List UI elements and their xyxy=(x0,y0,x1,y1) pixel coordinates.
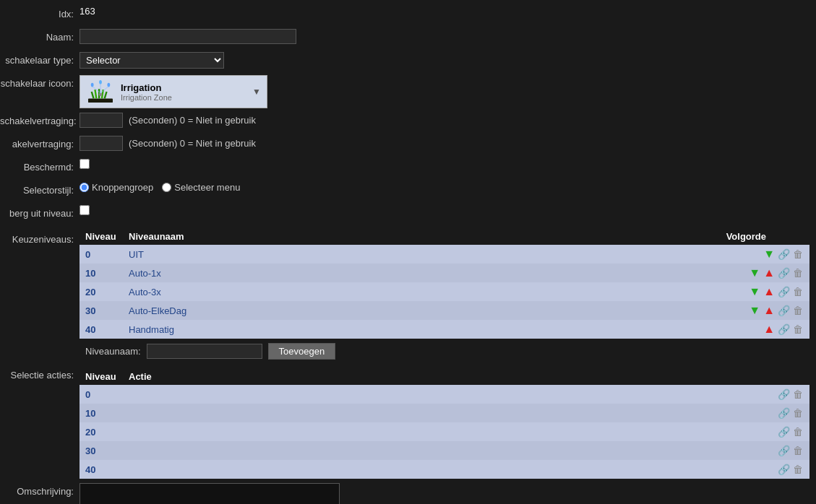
icon-dropdown[interactable]: Irrigation Irrigation Zone ▼ xyxy=(80,75,267,108)
move-down-button[interactable]: ▼ xyxy=(748,284,761,299)
chevron-down-icon: ▼ xyxy=(252,87,261,97)
edit-icon-button[interactable]: 🔗 xyxy=(777,304,791,317)
action-row: 20 🔗 🗑 xyxy=(80,422,809,441)
keuzeniveaus-label: Keuzeniveaus: xyxy=(0,228,80,245)
action-row: 0 🔗 🗑 xyxy=(80,385,809,404)
niveaunaam-add-label: Niveaunaam: xyxy=(85,346,141,357)
omschrijving-textarea[interactable] xyxy=(80,483,340,504)
table-row: 0 UIT ▼ 🔗 🗑 xyxy=(80,245,809,264)
level-niveau: 20 xyxy=(85,287,129,297)
action-niveau: 0 xyxy=(85,389,129,400)
icon-title: Irrigation xyxy=(121,82,252,93)
action-row: 10 🔗 🗑 xyxy=(80,404,809,422)
inschakelvertraging-input[interactable]: 0 xyxy=(80,113,123,128)
level-naam: Auto-3x xyxy=(129,287,748,297)
table-row: 10 Auto-1x ▼ ▲ 🔗 🗑 xyxy=(80,264,809,282)
action-delete-button[interactable]: 🗑 xyxy=(792,444,804,457)
uitschakelvertraging-input[interactable]: 0 xyxy=(80,136,123,151)
selectie-acties-label: Selectie acties: xyxy=(0,364,80,381)
action-niveau: 40 xyxy=(85,464,129,475)
delete-icon-button[interactable]: 🗑 xyxy=(792,285,804,298)
niveaunaam-col-header: Niveaunaam xyxy=(129,231,694,242)
schakelaar-type-select[interactable]: Selector Toggle Button xyxy=(80,52,224,69)
edit-icon-button[interactable]: 🔗 xyxy=(777,248,791,261)
niveaunaam-add-input[interactable] xyxy=(147,344,262,359)
action-niveau: 10 xyxy=(85,408,129,419)
level-naam: Handmatig xyxy=(129,324,763,335)
level-niveau: 30 xyxy=(85,305,129,316)
svg-line-5 xyxy=(105,92,107,98)
level-naam: Auto-1x xyxy=(129,268,748,279)
table-row: 40 Handmatig ▲ 🔗 🗑 xyxy=(80,320,809,339)
move-up-button[interactable]: ▲ xyxy=(763,284,776,299)
edit-icon-button[interactable]: 🔗 xyxy=(777,266,791,279)
inschakelvertraging-label: schakelvertraging: xyxy=(0,113,80,126)
move-down-button[interactable]: ▼ xyxy=(748,266,761,280)
action-delete-button[interactable]: 🗑 xyxy=(792,388,804,401)
add-level-row: Niveaunaam: Toevoegen xyxy=(80,343,809,360)
verberg-label: berg uit niveau: xyxy=(0,205,80,219)
delete-icon-button[interactable]: 🗑 xyxy=(792,248,804,261)
move-up-button[interactable]: ▲ xyxy=(763,303,776,318)
edit-icon-button[interactable]: 🔗 xyxy=(777,323,791,336)
uitschakelvertraging-label: akelvertraging: xyxy=(0,136,80,149)
actie-col-header: Actie xyxy=(129,371,809,382)
toevoegen-button[interactable]: Toevoegen xyxy=(268,343,336,360)
action-niveau: 30 xyxy=(85,446,129,456)
radio-knoppengroep-label[interactable]: Knoppengroep xyxy=(80,182,153,193)
action-edit-button[interactable]: 🔗 xyxy=(777,463,791,476)
idx-label: Idx: xyxy=(0,6,80,19)
actions-table: 0 🔗 🗑 10 🔗 🗑 20 🔗 🗑 30 🔗 xyxy=(80,385,809,479)
move-up-button[interactable]: ▲ xyxy=(763,266,776,280)
verberg-checkbox[interactable] xyxy=(80,205,90,215)
level-niveau: 40 xyxy=(85,324,129,335)
move-down-button[interactable]: ▼ xyxy=(748,303,761,318)
inschakelvertraging-hint: (Seconden) 0 = Niet in gebruik xyxy=(129,115,256,126)
radio-selecteer-menu-text: Selecteer menu xyxy=(174,182,240,193)
radio-knoppengroep[interactable] xyxy=(80,183,89,192)
svg-line-1 xyxy=(92,92,94,98)
svg-point-8 xyxy=(99,80,102,84)
svg-rect-0 xyxy=(88,98,113,103)
table-row: 30 Auto-ElkeDag ▼ ▲ 🔗 🗑 xyxy=(80,301,809,320)
naam-input[interactable]: Beregening xyxy=(80,29,296,44)
omschrijving-label: Omschrijving: xyxy=(0,483,80,497)
levels-table-header: Niveau Niveaunaam Volgorde xyxy=(80,228,809,245)
action-delete-button[interactable]: 🗑 xyxy=(792,463,804,476)
levels-table: 0 UIT ▼ 🔗 🗑 10 Auto-1x ▼ ▲ 🔗 🗑 20 Auto-3… xyxy=(80,245,809,339)
svg-line-2 xyxy=(95,90,96,98)
radio-selecteer-menu[interactable] xyxy=(162,183,171,192)
delete-icon-button[interactable]: 🗑 xyxy=(792,323,804,336)
beschermd-label: Beschermd: xyxy=(0,159,80,173)
action-delete-button[interactable]: 🗑 xyxy=(792,425,804,438)
niveau-col-header: Niveau xyxy=(85,231,129,242)
delete-icon-button[interactable]: 🗑 xyxy=(792,304,804,317)
action-edit-button[interactable]: 🔗 xyxy=(777,444,791,457)
action-row: 30 🔗 🗑 xyxy=(80,441,809,460)
actions-table-header: Niveau Actie xyxy=(80,368,809,385)
delete-icon-button[interactable]: 🗑 xyxy=(792,266,804,279)
radio-selecteer-menu-label[interactable]: Selecteer menu xyxy=(162,182,240,193)
action-edit-button[interactable]: 🔗 xyxy=(777,388,791,401)
level-niveau: 0 xyxy=(85,249,129,260)
selectorstijl-label: Selectorstijl: xyxy=(0,182,80,196)
action-row: 40 🔗 🗑 xyxy=(80,460,809,479)
schakelaar-type-label: schakelaar type: xyxy=(0,52,80,66)
volgorde-col-header: Volgorde xyxy=(694,231,766,242)
action-niveau: 20 xyxy=(85,427,129,438)
idx-value: 163 xyxy=(80,6,95,17)
move-up-button[interactable]: ▲ xyxy=(763,322,776,336)
edit-icon-button[interactable]: 🔗 xyxy=(777,285,791,298)
action-delete-button[interactable]: 🗑 xyxy=(792,407,804,420)
level-naam: UIT xyxy=(129,249,763,260)
radio-knoppengroep-text: Knoppengroep xyxy=(92,182,153,193)
action-edit-button[interactable]: 🔗 xyxy=(777,407,791,420)
beschermd-checkbox[interactable] xyxy=(80,159,90,169)
action-edit-button[interactable]: 🔗 xyxy=(777,425,791,438)
niveau-col2-header: Niveau xyxy=(85,371,129,382)
uitschakelvertraging-hint: (Seconden) 0 = Niet in gebruik xyxy=(129,138,256,149)
table-row: 20 Auto-3x ▼ ▲ 🔗 🗑 xyxy=(80,282,809,301)
level-naam: Auto-ElkeDag xyxy=(129,305,748,316)
move-down-button[interactable]: ▼ xyxy=(763,247,776,261)
svg-point-6 xyxy=(99,92,103,96)
